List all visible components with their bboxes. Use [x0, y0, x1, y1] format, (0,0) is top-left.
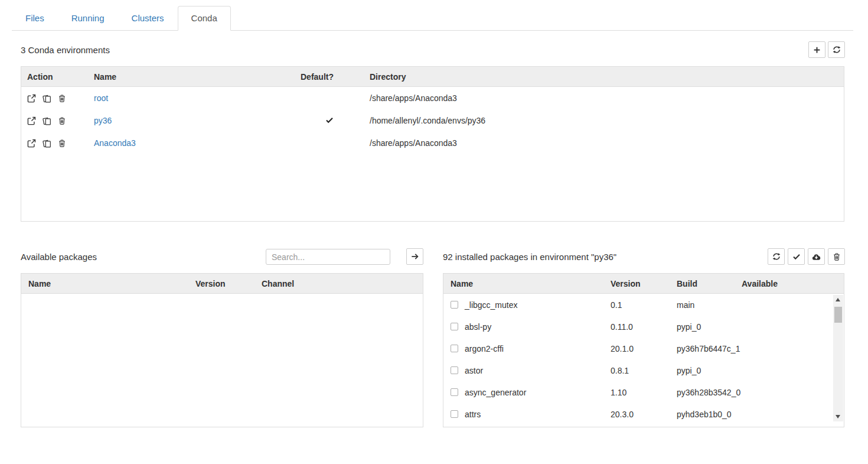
environment-row: py36/home/allenyl/.conda/envs/py36 — [21, 109, 844, 132]
package-build: py36h7b6447c_1 — [670, 344, 735, 353]
column-header-channel: Channel — [254, 279, 423, 288]
scroll-down-arrow-icon[interactable] — [833, 412, 843, 421]
environments-table: Action Name Default? Directory root/shar… — [21, 66, 844, 222]
package-name-cell: absl-py — [443, 322, 603, 332]
package-row: attrs20.3.0pyhd3eb1b0_0 — [443, 403, 844, 425]
installed-table-header: Name Version Build Available — [443, 274, 844, 294]
package-row: absl-py0.11.0pypi_0 — [443, 316, 844, 338]
tab-files[interactable]: Files — [12, 6, 58, 31]
environment-name-cell: root — [88, 93, 295, 103]
export-environment-icon[interactable] — [27, 94, 36, 103]
environment-name-cell: Anaconda3 — [88, 138, 295, 148]
scroll-up-arrow-icon[interactable] — [833, 295, 843, 304]
package-version: 0.8.1 — [603, 366, 670, 375]
update-packages-button[interactable] — [808, 248, 825, 265]
package-version: 0.11.0 — [603, 322, 670, 332]
scrollbar[interactable] — [833, 295, 843, 421]
column-header-name: Name — [443, 279, 603, 288]
scrollbar-thumb[interactable] — [834, 307, 842, 323]
environment-default-cell — [295, 116, 364, 126]
environment-row: root/share/apps/Anaconda3 — [21, 87, 844, 109]
package-name: attrs — [465, 410, 481, 419]
tab-running[interactable]: Running — [58, 6, 118, 31]
package-name-cell: _libgcc_mutex — [443, 300, 603, 310]
package-build: pypi_0 — [670, 366, 735, 375]
package-row: astor0.8.1pypi_0 — [443, 359, 844, 381]
package-build: pypi_0 — [670, 322, 735, 332]
package-name: async_generator — [465, 388, 526, 397]
install-selected-packages-button[interactable] — [406, 248, 423, 265]
delete-environment-icon[interactable] — [58, 139, 66, 148]
check-updates-button[interactable] — [788, 248, 805, 265]
clone-environment-icon[interactable] — [43, 94, 51, 103]
package-name: astor — [465, 366, 483, 375]
column-header-available: Available — [735, 279, 844, 288]
export-environment-icon[interactable] — [27, 116, 36, 125]
package-version: 1.10 — [603, 388, 670, 397]
package-checkbox[interactable] — [451, 345, 458, 352]
available-packages-title: Available packages — [21, 252, 97, 262]
tab-clusters[interactable]: Clusters — [118, 6, 178, 31]
column-header-build: Build — [670, 279, 735, 288]
environment-name-link[interactable]: py36 — [94, 116, 112, 125]
check-icon — [792, 252, 801, 261]
create-environment-button[interactable] — [808, 41, 825, 58]
refresh-icon — [833, 46, 841, 54]
cloud-download-icon — [812, 252, 821, 261]
installed-packages-title: 92 installed packages in environment "py… — [443, 252, 616, 262]
available-table-header: Name Version Channel — [21, 274, 423, 294]
package-checkbox[interactable] — [451, 388, 458, 396]
clone-environment-icon[interactable] — [43, 116, 51, 125]
package-checkbox[interactable] — [451, 410, 458, 418]
package-version: 0.1 — [603, 300, 670, 310]
plus-icon — [813, 46, 821, 54]
environment-actions — [21, 139, 88, 148]
installed-table-body: _libgcc_mutex0.1mainabsl-py0.11.0pypi_0a… — [443, 294, 844, 425]
environment-actions — [21, 94, 88, 103]
environment-name-link[interactable]: root — [94, 93, 108, 103]
delete-environment-icon[interactable] — [58, 116, 66, 125]
package-checkbox[interactable] — [451, 366, 458, 374]
remove-packages-button[interactable] — [828, 248, 845, 265]
clone-environment-icon[interactable] — [43, 139, 51, 148]
refresh-packages-button[interactable] — [768, 248, 785, 265]
refresh-environments-button[interactable] — [828, 41, 845, 58]
column-header-directory: Directory — [364, 72, 844, 82]
arrow-right-icon — [411, 252, 419, 261]
delete-environment-icon[interactable] — [58, 94, 66, 103]
trash-icon — [833, 252, 841, 261]
environments-table-body: root/share/apps/Anaconda3py36/home/allen… — [21, 87, 844, 154]
environment-directory: /home/allenyl/.conda/envs/py36 — [364, 116, 844, 125]
tab-conda[interactable]: Conda — [178, 6, 231, 31]
available-packages-table: Name Version Channel — [21, 273, 423, 427]
installed-packages-toolbar — [768, 248, 845, 265]
default-check-icon — [325, 116, 334, 126]
environment-directory: /share/apps/Anaconda3 — [364, 93, 844, 103]
package-name-cell: attrs — [443, 410, 603, 419]
package-checkbox[interactable] — [451, 301, 458, 309]
package-name: argon2-cffi — [465, 344, 504, 353]
environments-toolbar — [808, 41, 845, 58]
package-name: absl-py — [465, 322, 491, 332]
environment-name-cell: py36 — [88, 116, 295, 125]
environment-row: Anaconda3/share/apps/Anaconda3 — [21, 132, 844, 154]
column-header-action: Action — [21, 72, 88, 82]
refresh-icon — [772, 252, 781, 261]
column-header-default: Default? — [295, 72, 364, 82]
available-packages-toolbar — [406, 248, 423, 265]
package-checkbox[interactable] — [451, 323, 458, 330]
environments-table-header: Action Name Default? Directory — [21, 67, 844, 87]
column-header-version: Version — [188, 279, 254, 288]
environment-directory: /share/apps/Anaconda3 — [364, 138, 844, 148]
package-row: argon2-cffi20.1.0py36h7b6447c_1 — [443, 338, 844, 359]
environment-name-link[interactable]: Anaconda3 — [94, 138, 136, 148]
tab-bar: FilesRunningClustersConda — [12, 6, 853, 31]
package-name-cell: async_generator — [443, 388, 603, 397]
installed-packages-table: Name Version Build Available _libgcc_mut… — [443, 273, 844, 427]
search-input[interactable] — [266, 249, 390, 265]
package-build: main — [670, 300, 735, 310]
column-header-name: Name — [88, 72, 295, 82]
package-version: 20.3.0 — [603, 410, 670, 419]
export-environment-icon[interactable] — [27, 139, 36, 148]
environment-actions — [21, 116, 88, 125]
